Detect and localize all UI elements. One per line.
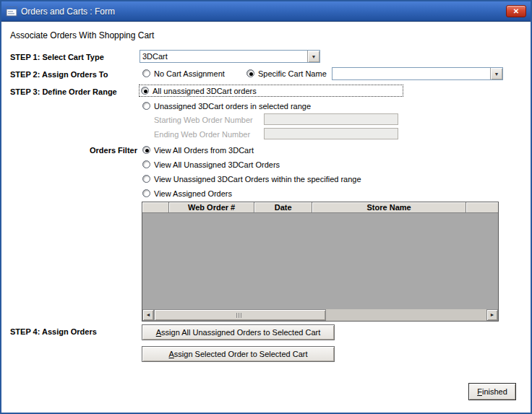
chevron-down-icon[interactable]: ▼ — [490, 68, 502, 79]
radio-label: View Unassigned 3DCart Orders within the… — [154, 175, 361, 184]
column-header-blank — [466, 202, 498, 213]
chevron-down-icon[interactable]: ▼ — [307, 51, 319, 62]
window-title: Orders and Carts : Form — [21, 7, 115, 17]
cart-name-value — [332, 68, 490, 79]
radio-icon[interactable] — [142, 102, 150, 110]
radio-view-unassigned-orders-range[interactable]: View Unassigned 3DCart Orders within the… — [142, 173, 361, 184]
form-icon — [6, 6, 17, 17]
step4-label: STEP 4: Assign Orders — [10, 327, 97, 336]
radio-icon[interactable] — [142, 146, 150, 154]
close-button[interactable]: ✕ — [506, 5, 526, 17]
titlebar: Orders and Carts : Form ✕ — [1, 1, 531, 22]
orders-and-carts-window: Orders and Carts : Form ✕ Associate Orde… — [0, 0, 532, 414]
column-header-selector — [142, 202, 169, 213]
scroll-left-icon[interactable]: ◄ — [142, 309, 154, 321]
form-body: Associate Orders With Shopping Cart STEP… — [1, 22, 531, 413]
radio-icon[interactable] — [141, 87, 149, 95]
column-header-date: Date — [254, 202, 312, 213]
radio-no-cart-assignment[interactable]: No Cart Assignment — [142, 68, 225, 79]
assign-selected-order-button[interactable]: Assign Selected Order to Selected Cart — [142, 346, 335, 362]
radio-all-unassigned-orders[interactable]: All unassigned 3DCart orders — [139, 85, 403, 97]
radio-view-assigned-orders[interactable]: View Assigned Orders — [142, 188, 232, 199]
radio-label: View All Orders from 3DCart — [154, 146, 254, 155]
column-header-web-order: Web Order # — [169, 202, 255, 213]
ending-web-order-input — [264, 128, 398, 139]
orders-filter-label: Orders Filter — [10, 146, 137, 155]
step2-label: STEP 2: Assign Orders To — [10, 70, 108, 79]
radio-label: Specific Cart Name — [258, 69, 327, 78]
radio-label: View Assigned Orders — [154, 189, 232, 198]
radio-icon[interactable] — [246, 69, 254, 77]
step3-label: STEP 3: Define Order Range — [10, 87, 117, 96]
scrollbar-thumb[interactable] — [154, 309, 326, 321]
radio-icon[interactable] — [142, 69, 150, 77]
radio-label: View All Unassigned 3DCart Orders — [154, 160, 280, 169]
orders-grid: Web Order # Date Store Name ◄ ► — [142, 202, 499, 322]
finished-button[interactable]: Finished — [468, 383, 516, 400]
horizontal-scrollbar[interactable]: ◄ ► — [142, 309, 498, 321]
scroll-right-icon[interactable]: ► — [486, 309, 498, 321]
radio-icon[interactable] — [142, 160, 150, 168]
radio-icon[interactable] — [142, 175, 150, 183]
starting-web-order-label: Starting Web Order Number — [154, 116, 253, 124]
column-header-store-name: Store Name — [312, 202, 466, 213]
radio-view-all-orders[interactable]: View All Orders from 3DCart — [142, 145, 254, 155]
scrollbar-track[interactable] — [154, 309, 486, 321]
step1-label: STEP 1: Select Cart Type — [10, 53, 104, 61]
radio-specific-cart-name[interactable]: Specific Cart Name — [246, 68, 327, 79]
cart-type-value: 3DCart — [140, 51, 307, 62]
scrollbar-grip — [236, 313, 243, 318]
radio-label: All unassigned 3DCart orders — [153, 87, 257, 95]
radio-icon[interactable] — [142, 189, 150, 197]
orders-grid-header: Web Order # Date Store Name — [142, 202, 498, 213]
ending-web-order-label: Ending Web Order Number — [154, 130, 250, 139]
page-title: Associate Orders With Shopping Cart — [10, 30, 154, 40]
orders-grid-body[interactable] — [142, 213, 498, 309]
cart-name-combobox[interactable]: ▼ — [332, 67, 503, 80]
radio-unassigned-orders-range[interactable]: Unassigned 3DCart orders in selected ran… — [142, 100, 311, 111]
assign-all-unassigned-button[interactable]: Assign All Unassigned Orders to Selected… — [142, 324, 335, 340]
cart-type-combobox[interactable]: 3DCart ▼ — [140, 50, 320, 63]
radio-label: No Cart Assignment — [154, 69, 225, 78]
radio-view-all-unassigned-orders[interactable]: View All Unassigned 3DCart Orders — [142, 159, 280, 170]
starting-web-order-input — [264, 113, 398, 125]
radio-label: Unassigned 3DCart orders in selected ran… — [154, 102, 311, 111]
